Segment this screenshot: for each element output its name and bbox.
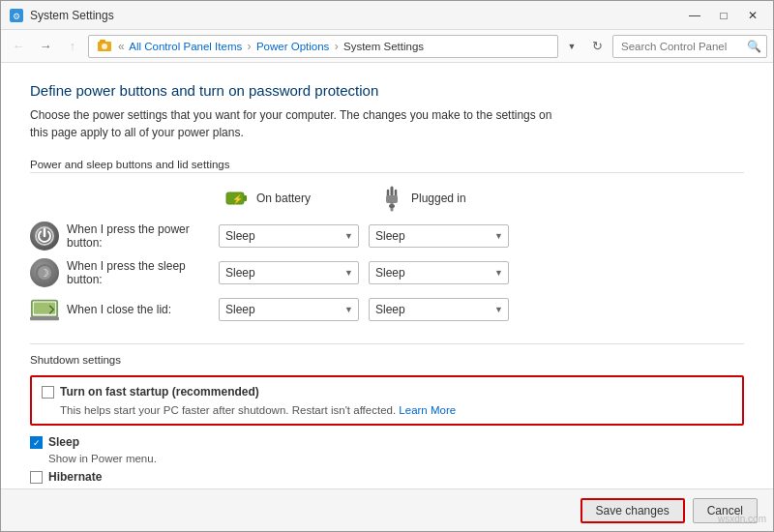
power-button-icon [30,222,59,251]
refresh-button[interactable]: ↻ [585,35,609,58]
maximize-button[interactable]: □ [711,6,736,25]
svg-point-13 [389,204,395,208]
bc-all-items[interactable]: All Control Panel Items [127,41,243,52]
row2-text: When I press the sleep button: [67,259,219,286]
bc-power-options[interactable]: Power Options [256,41,329,52]
svg-text:⚙: ⚙ [13,11,20,20]
bc-sep-2: › [244,40,254,53]
fast-startup-checkbox[interactable] [42,386,54,399]
breadcrumb-dropdown-button[interactable]: ▼ [562,35,581,58]
row1-battery-select[interactable]: Do nothing Sleep Hibernate Shut down Tur… [219,224,359,248]
learn-more-link[interactable]: Learn More [399,404,456,416]
sleep-option-group: Sleep Show in Power menu. [30,435,744,464]
plug-icon [378,185,405,212]
breadcrumb-icon [97,39,112,54]
bc-sep-1: « [118,40,125,53]
row2-plugged-select[interactable]: Do nothing Sleep Hibernate Shut down Tur… [369,261,509,284]
svg-rect-20 [30,317,59,321]
table-row: When I close the lid: Do nothing Sleep H… [30,295,744,324]
row3-battery-select[interactable]: Do nothing Sleep Hibernate Shut down Tur… [219,298,359,321]
table-row: ☽ When I press the sleep button: Do noth… [30,258,744,287]
search-input[interactable] [612,35,767,58]
svg-rect-3 [100,40,105,43]
window-title: System Settings [30,9,682,22]
sleep-checkbox[interactable] [30,436,43,449]
table-header: ⚡ On battery [30,185,744,212]
address-bar: ← → ↑ « All Control Panel Items › Power … [1,30,773,63]
sleep-button-icon: ☽ [30,258,59,287]
search-wrap: 🔍 [612,35,767,58]
page-heading: Define power buttons and turn on passwor… [30,82,744,99]
close-button[interactable]: ✕ [740,6,765,25]
section1-label: Power and sleep buttons and lid settings [30,159,744,173]
window-controls: — □ ✕ [682,6,765,25]
sleep-label: Sleep [48,435,79,449]
content-area: Define power buttons and turn on passwor… [1,63,773,488]
forward-button[interactable]: → [34,35,57,58]
svg-text:☽: ☽ [40,267,49,279]
save-changes-button[interactable]: Save changes [580,498,685,523]
bc-current: System Settings [343,41,424,52]
col-battery-label: On battery [256,192,311,205]
row1-text: When I press the power button: [67,222,219,250]
fast-startup-description: This helps start your PC faster after sh… [60,404,732,416]
row2-label: ☽ When I press the sleep button: [30,258,219,287]
hibernate-checkbox-row: Hibernate [30,470,744,484]
row2-plugged-select-wrap: Do nothing Sleep Hibernate Shut down Tur… [369,261,509,284]
breadcrumb-bar: « All Control Panel Items › Power Option… [88,35,558,58]
watermark: wsxdn.com [718,514,766,524]
svg-rect-6 [244,195,247,201]
row1-label: When I press the power button: [30,222,219,251]
battery-icon: ⚡ [223,185,251,212]
svg-point-4 [102,44,107,49]
row3-plugged-select-wrap: Do nothing Sleep Hibernate Shut down Tur… [369,298,509,321]
shutdown-label: Shutdown settings [30,354,744,366]
bottom-bar: Save changes Cancel [1,488,773,531]
hibernate-checkbox[interactable] [30,471,43,484]
col-plugged-header: Plugged in [378,185,533,212]
svg-text:⚡: ⚡ [232,193,244,205]
table-row: When I press the power button: Do nothin… [30,222,744,251]
row2-battery-select-wrap: Do nothing Sleep Hibernate Shut down Tur… [219,261,359,284]
sleep-sublabel: Show in Power menu. [48,453,744,464]
row3-label: When I close the lid: [30,295,219,324]
fast-startup-box: Turn on fast startup (recommended) This … [30,375,744,426]
bc-sep-3: › [331,40,342,53]
main-window: ⚙ System Settings — □ ✕ ← → ↑ « All Cont… [0,0,774,532]
row2-battery-select[interactable]: Do nothing Sleep Hibernate Shut down Tur… [219,261,359,284]
row3-plugged-select[interactable]: Do nothing Sleep Hibernate Shut down Tur… [369,298,509,321]
row1-battery-select-wrap: Do nothing Sleep Hibernate Shut down Tur… [219,224,359,248]
lid-icon [30,295,59,324]
back-button[interactable]: ← [7,35,30,58]
shutdown-section: Shutdown settings Turn on fast startup (… [30,343,744,488]
fast-startup-row: Turn on fast startup (recommended) [42,385,732,399]
col-battery-header: ⚡ On battery [223,185,378,212]
page-description: Choose the power settings that you want … [30,106,572,141]
row3-text: When I close the lid: [67,303,171,316]
row1-plugged-select-wrap: Do nothing Sleep Hibernate Shut down Tur… [369,224,509,248]
fast-startup-label: Turn on fast startup (recommended) [60,385,259,399]
title-bar: ⚙ System Settings — □ ✕ [1,1,773,30]
row3-battery-select-wrap: Do nothing Sleep Hibernate Shut down Tur… [219,298,359,321]
up-button[interactable]: ↑ [61,35,84,58]
hibernate-label: Hibernate [48,470,102,484]
col-plugged-label: Plugged in [411,192,466,205]
row1-plugged-select[interactable]: Do nothing Sleep Hibernate Shut down Tur… [369,224,509,248]
hibernate-option-group: Hibernate Show in Power menu. [30,470,744,488]
power-table: ⚡ On battery [30,185,744,324]
sleep-checkbox-row: Sleep [30,435,744,449]
window-icon: ⚙ [9,8,24,23]
minimize-button[interactable]: — [682,6,707,25]
